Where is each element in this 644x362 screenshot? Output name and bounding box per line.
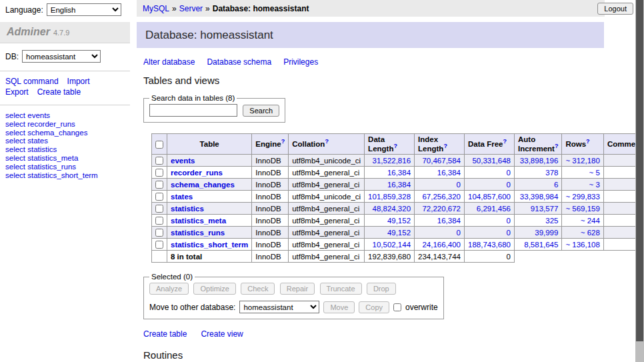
index-length-link[interactable]: 16,384 bbox=[437, 217, 461, 225]
help-icon[interactable]: ? bbox=[325, 138, 329, 145]
auto-increment-link[interactable]: 33,898,196 bbox=[520, 157, 559, 165]
row-checkbox[interactable] bbox=[155, 241, 163, 249]
table-name-link[interactable]: recorder_runs bbox=[171, 169, 223, 177]
help-icon[interactable]: ? bbox=[555, 143, 559, 149]
truncate-button[interactable]: Truncate bbox=[320, 283, 362, 295]
data-length-link[interactable]: 48,824,320 bbox=[373, 205, 411, 213]
auto-increment-link[interactable]: 913,577 bbox=[531, 205, 559, 213]
sidebar-item-select-events[interactable]: select events bbox=[5, 111, 125, 120]
db-select[interactable]: homeassistant bbox=[22, 50, 101, 63]
create-view-link[interactable]: Create view bbox=[201, 329, 243, 339]
rows-count-link[interactable]: ~ 244 bbox=[581, 217, 600, 225]
index-length-link[interactable]: 70,467,584 bbox=[422, 157, 461, 165]
data-free-link[interactable]: 0 bbox=[507, 181, 511, 189]
search-button[interactable]: Search bbox=[243, 105, 279, 117]
index-length-link[interactable]: 0 bbox=[457, 229, 461, 237]
help-icon[interactable]: ? bbox=[443, 143, 447, 149]
rows-count-link[interactable]: ~ 312,180 bbox=[565, 157, 599, 165]
table-name-link[interactable]: statistics bbox=[171, 205, 204, 213]
index-length-link[interactable]: 72,220,672 bbox=[422, 205, 461, 213]
auto-increment-link[interactable]: 378 bbox=[545, 169, 558, 177]
create-table-link[interactable]: Create table bbox=[143, 329, 187, 339]
move-button[interactable]: Move bbox=[323, 301, 355, 313]
search-input[interactable] bbox=[149, 104, 237, 117]
index-length-link[interactable]: 67,256,320 bbox=[422, 193, 461, 201]
sidebar-item-select-statistics-meta[interactable]: select statistics_meta bbox=[5, 154, 125, 163]
row-checkbox[interactable] bbox=[155, 169, 163, 177]
privileges-link[interactable]: Privileges bbox=[283, 57, 318, 67]
move-db-select[interactable]: homeassistant bbox=[239, 301, 319, 313]
table-name-link[interactable]: statistics_short_term bbox=[171, 241, 248, 249]
row-checkbox[interactable] bbox=[155, 217, 163, 225]
index-length-link[interactable]: 24,166,400 bbox=[422, 241, 461, 249]
sidebar-import-link[interactable]: Import bbox=[67, 77, 90, 86]
scrollbar-thumb[interactable] bbox=[636, 0, 643, 341]
data-free-link[interactable]: 0 bbox=[507, 169, 511, 177]
data-free-link[interactable]: 188,743,680 bbox=[468, 241, 511, 249]
data-length-link[interactable]: 10,502,144 bbox=[373, 241, 411, 249]
database-schema-link[interactable]: Database schema bbox=[207, 57, 271, 67]
index-length-link[interactable]: 16,384 bbox=[437, 169, 461, 177]
overwrite-checkbox[interactable] bbox=[393, 303, 401, 311]
sidebar-create-table-link[interactable]: Create table bbox=[37, 87, 81, 97]
rows-count-link[interactable]: ~ 5 bbox=[589, 169, 600, 177]
language-select[interactable]: English bbox=[47, 3, 121, 16]
table-name-link[interactable]: states bbox=[171, 193, 193, 201]
auto-increment-link[interactable]: 39,999 bbox=[535, 229, 558, 237]
repair-button[interactable]: Repair bbox=[280, 283, 315, 295]
help-icon[interactable]: ? bbox=[281, 138, 285, 145]
alter-database-link[interactable]: Alter database bbox=[143, 57, 195, 67]
rows-count-link[interactable]: ~ 628 bbox=[581, 229, 600, 237]
sidebar-item-select-states[interactable]: select states bbox=[5, 137, 125, 145]
logout-button[interactable]: Logout bbox=[597, 3, 633, 15]
table-name-link[interactable]: statistics_runs bbox=[171, 229, 225, 237]
data-length-link[interactable]: 31,522,816 bbox=[373, 157, 411, 165]
data-length-link[interactable]: 101,859,328 bbox=[368, 193, 411, 201]
sidebar-sql-command-link[interactable]: SQL command bbox=[5, 77, 59, 86]
row-checkbox[interactable] bbox=[155, 193, 163, 201]
table-name-link[interactable]: statistics_meta bbox=[171, 217, 226, 225]
sidebar-item-select-recorder-runs[interactable]: select recorder_runs bbox=[5, 120, 125, 129]
data-free-link[interactable]: 0 bbox=[507, 229, 511, 237]
data-free-link[interactable]: 6,291,456 bbox=[477, 205, 511, 213]
row-checkbox[interactable] bbox=[155, 181, 163, 189]
sidebar-item-select-statistics[interactable]: select statistics bbox=[5, 145, 125, 154]
check-button[interactable]: Check bbox=[241, 283, 275, 295]
rows-count-link[interactable]: ~ 569,159 bbox=[565, 205, 599, 213]
select-all-checkbox[interactable] bbox=[155, 141, 163, 149]
row-checkbox[interactable] bbox=[155, 205, 163, 213]
sidebar-item-select-statistics-runs[interactable]: select statistics_runs bbox=[5, 163, 125, 171]
auto-increment-link[interactable]: 325 bbox=[545, 217, 558, 225]
data-free-link[interactable]: 0 bbox=[507, 217, 511, 225]
index-length-link[interactable]: 0 bbox=[457, 181, 461, 189]
sidebar-item-select-schema-changes[interactable]: select schema_changes bbox=[5, 129, 125, 137]
breadcrumb-mysql-link[interactable]: MySQL bbox=[143, 4, 169, 13]
data-length-link[interactable]: 16,384 bbox=[387, 181, 411, 189]
row-checkbox[interactable] bbox=[155, 157, 163, 165]
drop-button[interactable]: Drop bbox=[367, 283, 396, 295]
table-name-link[interactable]: events bbox=[171, 157, 195, 165]
rows-count-link[interactable]: ~ 299,833 bbox=[565, 193, 599, 201]
analyze-button[interactable]: Analyze bbox=[149, 283, 189, 295]
data-length-link[interactable]: 49,152 bbox=[387, 217, 411, 225]
help-icon[interactable]: ? bbox=[503, 138, 507, 145]
data-free-link[interactable]: 50,331,648 bbox=[472, 157, 511, 165]
rows-count-link[interactable]: ~ 136,108 bbox=[565, 241, 599, 249]
row-checkbox[interactable] bbox=[155, 229, 163, 237]
optimize-button[interactable]: Optimize bbox=[193, 283, 235, 295]
auto-increment-link[interactable]: 8,581,645 bbox=[524, 241, 558, 249]
sidebar-export-link[interactable]: Export bbox=[5, 87, 29, 97]
help-icon[interactable]: ? bbox=[586, 138, 590, 145]
sidebar-item-select-statistics-short-term[interactable]: select statistics_short_term bbox=[5, 171, 125, 180]
data-length-link[interactable]: 49,152 bbox=[387, 229, 411, 237]
auto-increment-link[interactable]: 6 bbox=[554, 181, 558, 189]
data-length-link[interactable]: 16,384 bbox=[387, 169, 411, 177]
vertical-scrollbar[interactable] bbox=[635, 0, 644, 362]
table-name-link[interactable]: schema_changes bbox=[171, 181, 235, 189]
data-free-link[interactable]: 104,857,600 bbox=[468, 193, 511, 201]
rows-count-link[interactable]: ~ 3 bbox=[589, 181, 600, 189]
help-icon[interactable]: ? bbox=[393, 143, 397, 149]
auto-increment-link[interactable]: 33,398,984 bbox=[520, 193, 559, 201]
copy-button[interactable]: Copy bbox=[359, 301, 389, 313]
breadcrumb-server-link[interactable]: Server bbox=[179, 4, 203, 13]
